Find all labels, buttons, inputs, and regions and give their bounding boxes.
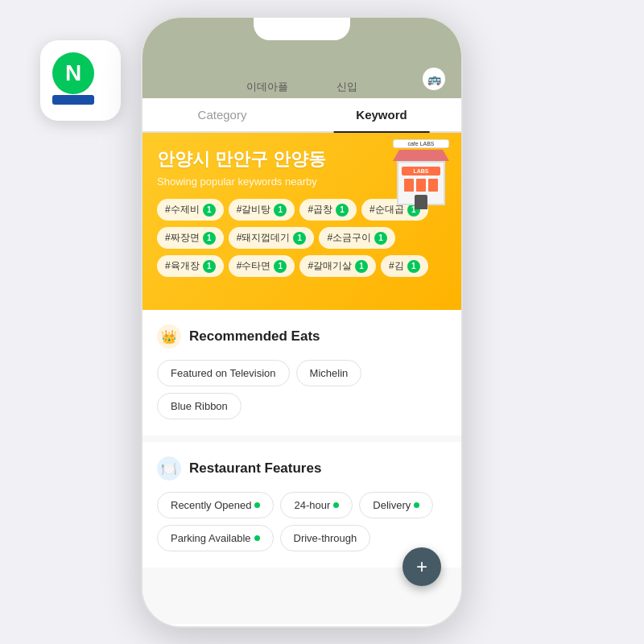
tag-num: 1: [203, 232, 216, 245]
chip-dot: [254, 502, 260, 508]
chip-blue-ribbon[interactable]: Blue Ribbon: [157, 393, 242, 419]
restaurant-features-title: Restaurant Features: [189, 460, 321, 477]
restaurant-features-header: 🍽️ Restaurant Features: [157, 456, 447, 481]
chip-parking[interactable]: Parking Available: [157, 525, 274, 551]
tag-text: #김: [389, 259, 404, 273]
tag-gopchang[interactable]: #곱창 1: [299, 199, 357, 221]
chip-24hour[interactable]: 24-hour: [280, 492, 353, 518]
chip-label: Drive-through: [294, 532, 357, 544]
app-icon-letter: N: [65, 60, 81, 86]
window-3: [428, 179, 438, 192]
window-2: [416, 179, 426, 192]
recommended-chips: Featured on Television Michelin Blue Rib…: [157, 360, 447, 419]
chip-label: Recently Opened: [171, 499, 251, 511]
recommended-eats-section: 👑 Recommended Eats Featured on Televisio…: [142, 310, 461, 436]
building-sign: LABS: [402, 167, 440, 175]
building-door: [415, 195, 427, 209]
tag-num: 1: [274, 204, 287, 217]
tag-num: 1: [407, 260, 420, 273]
chip-featured-tv[interactable]: Featured on Television: [157, 360, 290, 386]
chip-label: Michelin: [310, 367, 349, 379]
tag-text: #갈비탕: [237, 203, 271, 217]
tag-num: 1: [203, 204, 216, 217]
tab-category[interactable]: Category: [142, 98, 302, 131]
chip-dot: [254, 535, 260, 541]
fab-button[interactable]: +: [402, 547, 441, 586]
tag-saltgrill[interactable]: #소금구이 1: [319, 227, 395, 249]
scene: N 이데아플 신입 🚌 Category Keyword: [0, 0, 644, 644]
app-icon: N: [40, 40, 121, 121]
chip-delivery[interactable]: Delivery: [359, 492, 433, 518]
tag-text: #돼지껍데기: [237, 231, 291, 245]
building-illustration: cafe LABS LABS: [393, 139, 449, 205]
tag-galbitage[interactable]: #갈비탕 1: [229, 199, 295, 221]
building-windows: [398, 179, 444, 192]
tag-sutamen[interactable]: #수타면 1: [229, 255, 295, 277]
map-label-right: 신입: [336, 80, 357, 94]
keyword-banner: cafe LABS LABS 안양시 만안구 안양동 Showing popul…: [142, 133, 461, 310]
tag-num: 1: [374, 232, 387, 245]
tag-text: #수제비: [165, 203, 200, 217]
tag-sujebi[interactable]: #수제비 1: [157, 199, 224, 221]
tag-text: #육개장: [165, 259, 200, 273]
chip-recently-opened[interactable]: Recently Opened: [157, 492, 274, 518]
tag-text: #짜장면: [165, 231, 200, 245]
tag-num: 1: [274, 260, 287, 273]
chip-drive-through[interactable]: Drive-through: [280, 525, 371, 551]
crown-emoji: 👑: [161, 329, 177, 345]
tag-num: 1: [293, 232, 306, 245]
app-icon-inner: N: [52, 52, 109, 109]
tag-pork[interactable]: #돼지껍데기 1: [229, 227, 315, 249]
crown-icon: 👑: [157, 324, 181, 349]
restaurant-chips: Recently Opened 24-hour Delivery Parking…: [157, 492, 447, 551]
tag-kim[interactable]: #김 1: [381, 255, 428, 277]
building-roof: [393, 150, 449, 161]
building-body: LABS: [397, 161, 445, 205]
chip-dot: [333, 502, 339, 508]
chip-label: Featured on Television: [171, 367, 276, 379]
window-1: [404, 179, 414, 192]
phone-notch: [254, 18, 350, 40]
restaurant-emoji: 🍽️: [161, 461, 177, 477]
app-icon-circle: N: [52, 52, 94, 94]
chip-label: Blue Ribbon: [171, 400, 228, 412]
recommended-eats-header: 👑 Recommended Eats: [157, 324, 447, 349]
chip-label: Parking Available: [171, 532, 251, 544]
app-icon-bar: [52, 95, 94, 105]
tag-text: #수타면: [237, 259, 271, 273]
phone: 이데아플 신입 🚌 Category Keyword cafe LABS LAB…: [141, 16, 463, 628]
tag-num: 1: [336, 204, 349, 217]
chip-label: Delivery: [373, 499, 411, 511]
tab-bar: Category Keyword: [142, 98, 461, 133]
tag-text: #곱창: [308, 203, 332, 217]
chip-label: 24-hour: [294, 499, 330, 511]
tag-text: #갈매기살: [308, 259, 352, 273]
tag-text: #소금구이: [327, 231, 371, 245]
map-bus-icon: 🚌: [423, 68, 445, 90]
restaurant-icon: 🍽️: [157, 456, 181, 481]
recommended-eats-title: Recommended Eats: [189, 328, 320, 345]
tag-yukgejang[interactable]: #육개장 1: [157, 255, 224, 277]
chip-dot: [414, 502, 419, 508]
tab-keyword[interactable]: Keyword: [302, 98, 461, 131]
tag-num: 1: [203, 260, 216, 273]
cafe-label: cafe LABS: [393, 139, 449, 148]
map-labels: 이데아플 신입: [246, 80, 357, 98]
chip-michelin[interactable]: Michelin: [296, 360, 362, 386]
tag-jjajangmyeon[interactable]: #짜장면 1: [157, 227, 224, 249]
tags-row-2: #짜장면 1 #돼지껍데기 1 #소금구이 1: [157, 227, 447, 249]
tag-num: 1: [355, 260, 368, 273]
tag-galmaegsal[interactable]: #갈매기살 1: [299, 255, 376, 277]
tags-row-3: #육개장 1 #수타면 1 #갈매기살 1 #김 1: [157, 255, 447, 277]
map-label-left: 이데아플: [246, 80, 288, 94]
